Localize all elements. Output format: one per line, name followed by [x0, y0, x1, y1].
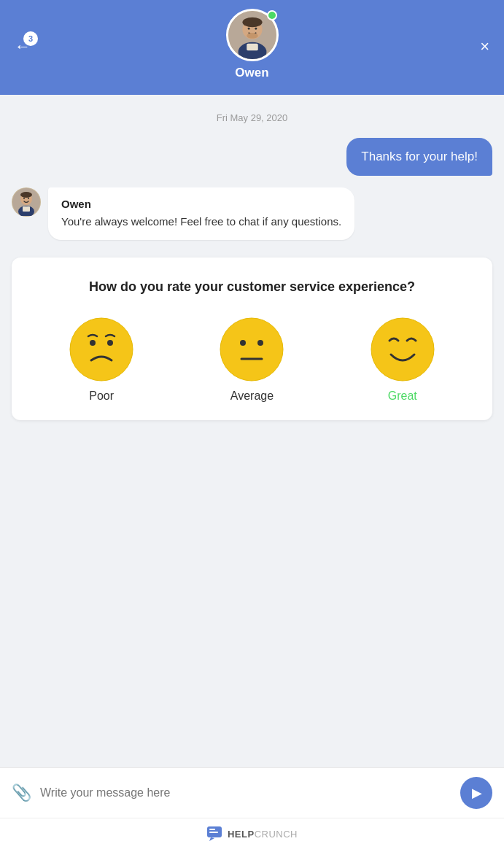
svg-point-22: [371, 318, 434, 381]
svg-rect-14: [23, 206, 30, 212]
message-incoming: Owen You're always welcome! Feel free to…: [12, 187, 492, 241]
svg-point-13: [28, 198, 29, 199]
svg-rect-7: [247, 44, 258, 51]
svg-point-17: [107, 340, 113, 346]
rating-question: How do you rate your customer service ex…: [26, 278, 478, 296]
svg-point-16: [90, 340, 96, 346]
svg-point-5: [255, 28, 257, 30]
input-bar: 📎 ▶: [0, 767, 504, 818]
bubble-text: You're always welcome! Feel free to chat…: [61, 214, 341, 231]
bubble-incoming: Owen You're always welcome! Feel free to…: [48, 187, 354, 241]
rating-poor-label: Poor: [89, 390, 114, 403]
agent-avatar-wrapper: [226, 9, 279, 61]
sender-name: Owen: [61, 198, 341, 210]
header-center: Owen: [226, 9, 279, 80]
rating-average-label: Average: [230, 390, 274, 403]
helpcrunch-logo-icon: [206, 826, 222, 842]
rating-options: Poor Average: [26, 317, 478, 403]
svg-point-4: [247, 28, 249, 30]
message-input[interactable]: [40, 786, 451, 799]
svg-rect-25: [209, 832, 218, 833]
notification-badge: 3: [23, 31, 38, 46]
svg-point-3: [242, 18, 262, 28]
svg-point-15: [70, 318, 133, 381]
svg-point-20: [257, 340, 263, 346]
svg-rect-24: [209, 829, 215, 830]
rating-great-label: Great: [388, 390, 417, 403]
agent-name: Owen: [235, 66, 268, 80]
footer-brand: HELPCRUNCH: [228, 829, 298, 840]
close-button[interactable]: ×: [480, 39, 489, 55]
online-indicator: [267, 10, 277, 20]
rating-great[interactable]: Great: [370, 317, 435, 403]
svg-point-19: [240, 340, 246, 346]
rating-average[interactable]: Average: [219, 317, 284, 403]
send-icon: ▶: [472, 785, 482, 801]
chat-header: ← 3: [0, 0, 504, 95]
attach-icon[interactable]: 📎: [12, 783, 31, 802]
svg-point-6: [247, 33, 258, 39]
rating-card: How do you rate your customer service ex…: [12, 257, 492, 420]
footer: HELPCRUNCH: [0, 818, 504, 852]
chat-area: Fri May 29, 2020 Thanks for your help! O…: [0, 95, 504, 767]
date-label: Fri May 29, 2020: [12, 112, 492, 123]
incoming-avatar: [12, 187, 41, 217]
svg-point-12: [23, 198, 25, 199]
bubble-outgoing: Thanks for your help!: [346, 138, 492, 176]
svg-point-11: [20, 192, 32, 198]
back-button-wrapper[interactable]: ← 3: [15, 37, 31, 56]
rating-poor[interactable]: Poor: [69, 317, 134, 403]
message-outgoing: Thanks for your help!: [12, 138, 492, 176]
send-button[interactable]: ▶: [460, 777, 492, 809]
svg-point-18: [220, 318, 283, 381]
